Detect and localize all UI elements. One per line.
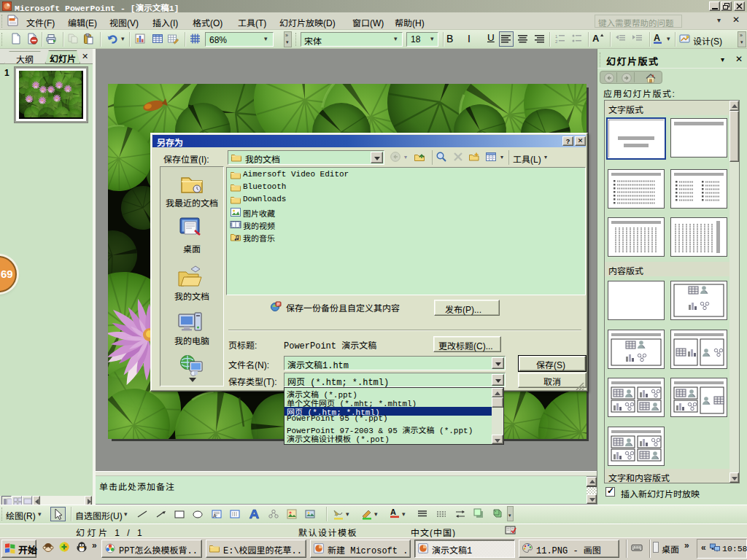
svg-text:A: A [213, 513, 217, 518]
svg-text:A: A [592, 33, 600, 44]
svg-text:2: 2 [555, 39, 558, 44]
svg-text:A: A [390, 508, 396, 516]
svg-text:A: A [654, 33, 660, 43]
svg-text:1: 1 [555, 34, 558, 39]
